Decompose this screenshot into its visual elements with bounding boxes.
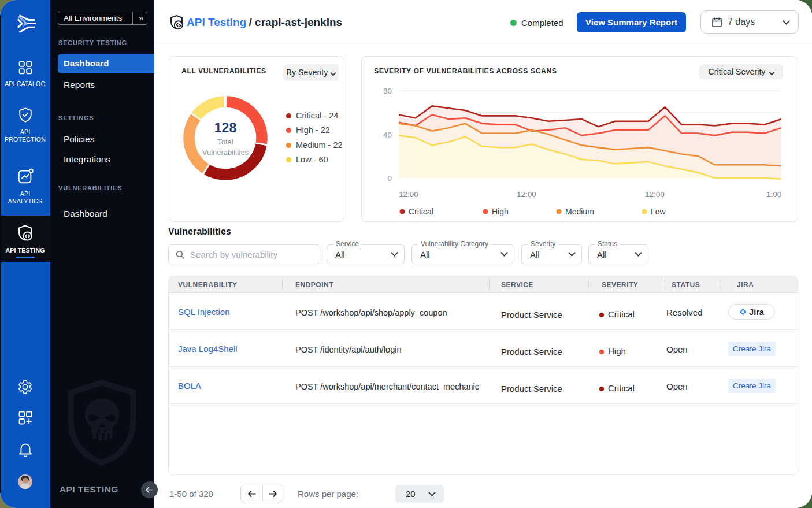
svg-text:12:00: 12:00 bbox=[645, 190, 665, 199]
svg-text:Medium: Medium bbox=[565, 207, 594, 216]
svg-text:Critical: Critical bbox=[409, 207, 433, 216]
svg-text:1:00: 1:00 bbox=[766, 190, 781, 199]
svg-text:40: 40 bbox=[383, 131, 392, 139]
svg-text:High: High bbox=[492, 207, 509, 216]
svg-text:Low: Low bbox=[651, 207, 666, 216]
svg-text:12:00: 12:00 bbox=[399, 190, 418, 199]
svg-text:80: 80 bbox=[383, 87, 392, 95]
svg-text:12:00: 12:00 bbox=[517, 190, 536, 199]
svg-text:0: 0 bbox=[387, 174, 392, 183]
